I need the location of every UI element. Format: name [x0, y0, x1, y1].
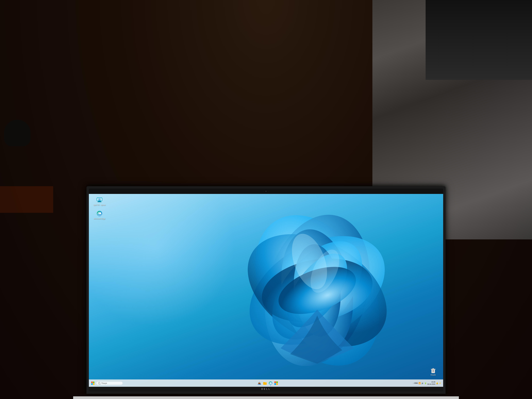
desktop-icons-area: Цей ПК - ярлик: [93, 196, 106, 220]
store-icon: [274, 381, 278, 385]
taskbar-app-ships[interactable]: [257, 381, 262, 386]
quick-settings-icon[interactable]: ⚡: [439, 382, 441, 384]
battery-icon[interactable]: 🔋: [424, 382, 427, 384]
desktop-icon-edge[interactable]: Microsoft Edge: [93, 210, 106, 220]
notification-icon[interactable]: 🔔: [436, 382, 438, 384]
edge-icon: [96, 210, 103, 217]
taskbar-search-text: Пошук: [101, 382, 107, 384]
taskbar-left: Пошук: [91, 381, 123, 385]
svg-rect-30: [263, 382, 265, 383]
this-pc-label: Цей ПК - ярлик: [94, 204, 106, 206]
laptop-base: échap F1 F2 F3 F4 F5 F6 F7 F8 F9 imprécr…: [73, 396, 459, 399]
taskbar-search-bar[interactable]: Пошук: [96, 381, 123, 385]
shelf-left: [0, 186, 53, 213]
file-explorer-icon: [263, 381, 267, 385]
webcam-lens: [266, 191, 266, 192]
svg-rect-25: [93, 382, 95, 383]
start-button[interactable]: [91, 381, 95, 385]
svg-rect-16: [98, 200, 99, 201]
monitor-bezel: Цей ПК - ярлик: [86, 186, 446, 394]
svg-rect-24: [91, 382, 93, 383]
svg-rect-19: [97, 202, 101, 202]
bottom-bezel: DELL: [89, 387, 443, 391]
desktop-icon-this-pc[interactable]: Цей ПК - ярлик: [93, 196, 106, 206]
taskbar-app-file-explorer[interactable]: [263, 381, 267, 386]
taskbar-edge-icon: [269, 381, 272, 385]
svg-rect-26: [91, 383, 93, 385]
svg-rect-13: [97, 198, 102, 201]
recycle-bin-label: Кошик: [431, 374, 436, 376]
svg-rect-14: [98, 199, 99, 200]
svg-rect-23: [432, 368, 434, 369]
this-pc-icon: [96, 196, 103, 203]
taskbar-time: 10:26: [427, 381, 435, 383]
tray-overflow-chevron[interactable]: ∧: [413, 382, 414, 384]
svg-rect-33: [276, 381, 278, 383]
taskbar-date: 06.04.2024: [427, 383, 435, 386]
taskbar: Пошук: [89, 380, 443, 387]
desktop-wallpaper[interactable]: [89, 194, 443, 387]
recycle-bin-svg: [430, 367, 437, 374]
laptop-screen: Цей ПК - ярлик: [89, 194, 443, 387]
svg-rect-18: [98, 201, 101, 202]
recycle-bin-icon[interactable]: Кошик: [427, 367, 439, 376]
webcam-indicator-left: [263, 191, 264, 191]
taskbar-app-store[interactable]: [274, 381, 279, 386]
wifi-icon[interactable]: 📶: [418, 382, 421, 384]
windows-logo: [91, 381, 95, 385]
taskbar-app-edge[interactable]: [268, 381, 273, 386]
top-bezel: [89, 189, 443, 194]
svg-rect-15: [100, 199, 101, 200]
svg-rect-35: [276, 383, 278, 385]
svg-rect-32: [274, 381, 276, 383]
dell-logo: DELL: [261, 388, 271, 391]
svg-rect-27: [93, 383, 95, 385]
taskbar-apps-center: [124, 381, 412, 386]
webcam-indicator-right: [268, 191, 269, 191]
language-indicator[interactable]: ENG: [414, 382, 418, 384]
system-tray: ∧ ENG 📶 🔊 🔋 10:26: [413, 381, 441, 386]
volume-icon[interactable]: 🔊: [421, 382, 424, 384]
svg-rect-17: [100, 200, 101, 201]
edge-desktop-label: Microsoft Edge: [94, 218, 105, 220]
taskbar-clock[interactable]: 10:26 06.04.2024: [427, 381, 435, 386]
controller-silhouette: [4, 120, 31, 146]
svg-rect-34: [274, 383, 276, 385]
bloom-wallpaper-svg: [195, 204, 443, 377]
taskbar-search-icon: [98, 382, 100, 384]
ships-icon: [257, 381, 261, 385]
dark-area-top-right: [426, 0, 532, 80]
